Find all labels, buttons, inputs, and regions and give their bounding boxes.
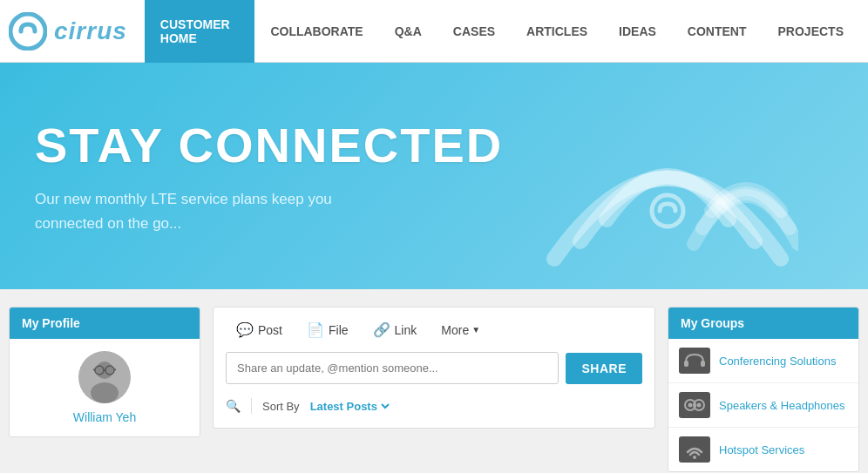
user-name-link[interactable]: William Yeh <box>73 410 136 424</box>
svg-point-4 <box>91 382 119 403</box>
main-nav: CUSTOMER HOME COLLABORATE Q&A CASES ARTI… <box>145 0 859 62</box>
speaker-icon <box>683 395 706 415</box>
action-tabs: 💬 Post 📄 File 🔗 Link More ▼ <box>226 316 642 343</box>
my-profile-section: My Profile William Yeh <box>9 307 200 437</box>
post-tab[interactable]: 💬 Post <box>226 316 293 343</box>
nav-cases[interactable]: CASES <box>437 0 511 63</box>
feed-input-row: SHARE <box>226 352 642 384</box>
file-tab[interactable]: 📄 File <box>296 316 359 343</box>
my-groups-header: My Groups <box>668 307 858 339</box>
svg-point-16 <box>693 456 696 459</box>
group-name-speakers: Speakers & Headphones <box>719 399 845 412</box>
nav-ideas[interactable]: IDEAS <box>603 0 672 63</box>
logo-icon <box>9 12 47 51</box>
link-label: Link <box>395 323 417 337</box>
svg-point-0 <box>10 14 45 49</box>
group-item-hotspot[interactable]: Hotspot Services <box>668 428 858 471</box>
group-icon-conferencing <box>679 348 710 374</box>
svg-point-15 <box>697 403 702 408</box>
post-icon: 💬 <box>236 321 254 338</box>
post-label: Post <box>258 323 282 337</box>
nav-customer-home[interactable]: CUSTOMER HOME <box>145 0 255 63</box>
link-icon: 🔗 <box>373 321 390 338</box>
chevron-down-icon: ▼ <box>471 325 480 334</box>
group-item-conferencing[interactable]: Conferencing Solutions <box>668 339 858 383</box>
wifi-graphic <box>537 80 798 272</box>
feed-input[interactable] <box>226 352 559 384</box>
nav-articles[interactable]: ARTICLES <box>511 0 603 63</box>
left-sidebar: My Profile William Yeh <box>9 307 200 472</box>
headset-icon <box>683 351 706 370</box>
wifi-icon <box>683 440 706 459</box>
nav-qa[interactable]: Q&A <box>379 0 437 63</box>
group-name-hotspot: Hotspot Services <box>719 443 804 456</box>
avatar <box>78 351 131 403</box>
more-label: More <box>441 323 469 337</box>
group-icon-speakers <box>679 392 710 418</box>
svg-rect-10 <box>684 361 688 367</box>
svg-line-9 <box>114 369 116 370</box>
main-feed: 💬 Post 📄 File 🔗 Link More ▼ SHARE <box>213 307 655 472</box>
sort-label: Sort By <box>262 400 300 413</box>
group-icon-hotspot <box>679 436 710 463</box>
right-sidebar: My Groups Conferencing Solutions <box>668 307 859 472</box>
file-label: File <box>329 323 349 337</box>
hero-subtitle: Our new monthly LTE service plans keep y… <box>35 187 383 234</box>
header: cirrus CUSTOMER HOME COLLABORATE Q&A CAS… <box>0 0 868 63</box>
nav-projects[interactable]: PROJECTS <box>763 0 859 63</box>
nav-collaborate[interactable]: COLLABORATE <box>254 0 378 63</box>
divider <box>251 398 252 414</box>
avatar-image <box>78 351 131 403</box>
my-profile-header: My Profile <box>10 307 200 339</box>
svg-point-1 <box>652 195 683 226</box>
feed-actions: 💬 Post 📄 File 🔗 Link More ▼ SHARE <box>213 307 655 429</box>
hero-text: STAY CONNECTED Our new monthly LTE servi… <box>35 117 503 234</box>
share-button[interactable]: SHARE <box>566 353 642 384</box>
sort-select[interactable]: Latest Posts <box>307 399 392 414</box>
hero-graphic <box>537 80 798 272</box>
logo-text: cirrus <box>54 17 127 45</box>
my-profile-body: William Yeh <box>10 339 200 436</box>
nav-content[interactable]: CONTENT <box>672 0 763 63</box>
hero-title: STAY CONNECTED <box>35 117 503 173</box>
svg-rect-11 <box>701 361 705 367</box>
content-area: My Profile William Yeh <box>0 289 868 473</box>
svg-line-8 <box>93 369 95 370</box>
svg-point-13 <box>688 403 693 408</box>
sort-row: 🔍 Sort By Latest Posts <box>226 393 642 419</box>
search-icon: 🔍 <box>226 399 241 413</box>
file-icon: 📄 <box>307 321 324 338</box>
group-name-conferencing: Conferencing Solutions <box>719 355 836 368</box>
link-tab[interactable]: 🔗 Link <box>363 316 428 343</box>
group-item-speakers[interactable]: Speakers & Headphones <box>668 383 858 428</box>
logo-area: cirrus <box>9 12 127 51</box>
my-groups-section: My Groups Conferencing Solutions <box>668 307 859 472</box>
hero-banner: STAY CONNECTED Our new monthly LTE servi… <box>0 63 868 289</box>
more-button[interactable]: More ▼ <box>431 318 491 342</box>
